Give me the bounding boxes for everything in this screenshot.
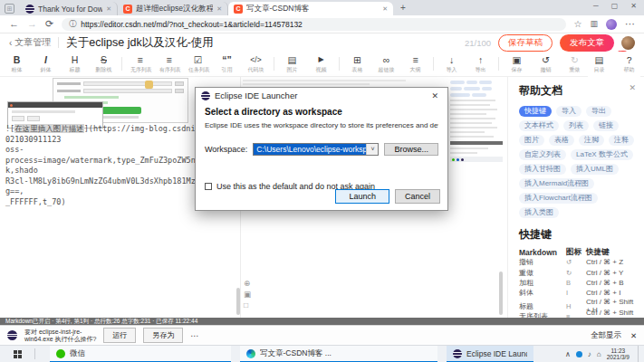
divider [58, 37, 59, 48]
bold-button[interactable]: B粗体 [5, 54, 28, 74]
help-tag[interactable]: 图片 [519, 135, 544, 146]
window-close-button[interactable]: ✕ [630, 2, 637, 10]
insert-video-button[interactable]: ▶视频 [310, 54, 332, 74]
code-block-button[interactable]: </>代码块 [245, 54, 267, 74]
shortcut-icon: B [566, 279, 586, 287]
download-more-icon[interactable]: ⋯ [190, 331, 198, 340]
tray-expand-icon[interactable]: ∧ [565, 350, 571, 358]
taskbar-app-eclipse[interactable]: Eclipse IDE Launc... [447, 346, 533, 362]
tab-close-icon[interactable]: ✕ [216, 5, 222, 13]
help-tag[interactable]: 导出 [586, 106, 611, 117]
window-maximize-button[interactable]: ▢ [611, 2, 619, 10]
insert-table-button[interactable]: ⊞表格 [346, 54, 369, 74]
new-tab-button[interactable]: + [400, 3, 406, 13]
user-avatar[interactable] [621, 36, 635, 50]
network-icon[interactable]: ♪ [588, 350, 591, 358]
toc-button[interactable]: ▤目录 [588, 54, 610, 74]
cancel-button[interactable]: Cancel [395, 189, 440, 204]
shortcut-name: 加粗 [519, 278, 566, 288]
help-tag[interactable]: 插入类图 [519, 207, 559, 218]
taskbar-clock[interactable]: 11:23 2021/3/9 [607, 348, 630, 361]
collections-icon[interactable]: ▥ [590, 19, 598, 29]
dialog-titlebar[interactable]: Eclipse IDE Launcher ✕ [196, 88, 447, 103]
italic-button[interactable]: I斜体 [34, 54, 57, 74]
help-tag[interactable]: 表格 [549, 135, 574, 146]
site-info-icon[interactable]: ⓘ [69, 19, 76, 29]
browser-profile-avatar[interactable] [606, 19, 617, 30]
preview-scrollbar[interactable] [499, 272, 503, 315]
launch-button[interactable]: Launch [335, 189, 389, 204]
help-tag[interactable]: 自定义列表 [519, 149, 566, 160]
chevron-down-icon[interactable]: ˅ [366, 144, 378, 155]
shelf-close-icon[interactable]: ✕ [630, 331, 637, 340]
tab-editor-active[interactable]: C 写文章-CSDN博客 ✕ [228, 2, 393, 15]
article-title-input[interactable] [66, 36, 457, 49]
export-button[interactable]: ↑导出 [469, 54, 492, 74]
outline-button[interactable]: ≡大纲 [404, 54, 427, 74]
dialog-close-icon[interactable]: ✕ [428, 91, 442, 100]
help-tag[interactable]: 文本样式 [519, 120, 559, 131]
shortcut-name: 重做 [519, 268, 566, 278]
fit-view-icon[interactable]: ▣ [244, 291, 251, 299]
help-tag[interactable]: 注脚 [579, 135, 604, 146]
tab-eclipse-download[interactable]: Thank You for Downloading Ecli... ✕ [20, 2, 118, 15]
help-tag[interactable]: LaTeX 数学公式 [571, 149, 633, 160]
tab-close-icon[interactable]: ✕ [382, 5, 388, 13]
help-tag[interactable]: 插入Flowchart流程图 [519, 193, 598, 204]
divider [433, 57, 434, 71]
import-button[interactable]: ↓导入 [440, 54, 463, 74]
help-tag[interactable]: 导入 [556, 106, 582, 117]
help-tag[interactable]: 插入UML图 [571, 164, 619, 175]
heading-button[interactable]: H标题 [63, 54, 86, 74]
browse-button[interactable]: Browse... [384, 143, 438, 156]
help-tag[interactable]: 快捷键 [519, 106, 552, 117]
favorite-star-icon[interactable]: ☆ [574, 19, 582, 29]
window-minimize-button[interactable]: ─ [593, 2, 599, 10]
hyperlink-button[interactable]: ∞超链接 [375, 54, 398, 74]
mini-statusbar [450, 141, 503, 145]
publish-button[interactable]: 发布文章 [560, 34, 614, 52]
tray-app-icon[interactable] [576, 351, 582, 357]
ordered-list-button[interactable]: ≡有序列表 [158, 54, 180, 74]
help-tag[interactable]: 插入甘特图 [519, 164, 566, 175]
save-as-button[interactable]: 另存为 [143, 328, 183, 343]
start-button[interactable] [0, 350, 34, 358]
back-to-articles-link[interactable]: ‹ 文章管理 [9, 36, 51, 49]
back-icon[interactable]: ← [9, 19, 19, 29]
refresh-icon[interactable]: ⟳ [45, 19, 53, 29]
help-tag[interactable]: 注释 [609, 135, 634, 146]
save-draft-button[interactable]: 保存草稿 [498, 34, 553, 52]
quote-button[interactable]: “”引用 [216, 54, 238, 74]
video-icon: ▶ [310, 54, 332, 65]
insert-image-button[interactable]: ▤图片 [281, 54, 303, 74]
address-bar[interactable]: ⓘ https://editor.csdn.net/md/?not_checko… [62, 18, 565, 31]
editor-scrollbar[interactable] [236, 288, 240, 315]
tab-csdn-article[interactable]: C 超详细eclipse汉化教程 - CSDN博... ✕ [118, 2, 228, 15]
browser-menu-icon[interactable]: ⋯ [625, 19, 635, 29]
strikethrough-button[interactable]: S删除线 [92, 54, 115, 74]
volume-icon[interactable]: ⌂ [597, 350, 601, 358]
redo-button: ↻重做 [563, 54, 586, 74]
unordered-list-button[interactable]: ≡无序列表 [129, 54, 151, 74]
show-desktop-button[interactable] [638, 346, 640, 362]
browser-tabbar: ⊞ Thank You for Downloading Ecli... ✕ C … [0, 0, 644, 15]
run-button[interactable]: 运行 [103, 328, 136, 343]
save-button[interactable]: ▣保存 [505, 54, 528, 74]
help-tag[interactable]: 链接 [593, 120, 619, 131]
help-tag[interactable]: 插入Mermaid流程图 [519, 178, 594, 189]
checkbox-icon[interactable] [205, 183, 212, 190]
browser-logo-icon[interactable]: ⊞ [5, 4, 14, 14]
undo-button[interactable]: ↺撤销 [534, 54, 557, 74]
task-list-button[interactable]: ☑任务列表 [187, 54, 209, 74]
taskbar-app-wechat[interactable]: 微信 [50, 346, 231, 362]
crosshair-icon[interactable]: ⊕ [244, 280, 251, 288]
help-tag[interactable]: 列表 [563, 120, 589, 131]
show-all-downloads-link[interactable]: 全部显示 [591, 330, 621, 341]
workspace-combobox[interactable]: C:\Users\Lenovo\eclipse-workspace ˅ [253, 143, 379, 156]
close-icon[interactable]: ✕ [629, 83, 636, 92]
taskbar-app-edge[interactable]: 写文章-CSDN博客 ... [240, 346, 437, 362]
help-button[interactable]: ？帮助 [618, 54, 640, 74]
tab-close-icon[interactable]: ✕ [106, 5, 111, 13]
square-icon[interactable]: □ [244, 301, 251, 310]
undo-icon: ↺ [534, 54, 557, 65]
